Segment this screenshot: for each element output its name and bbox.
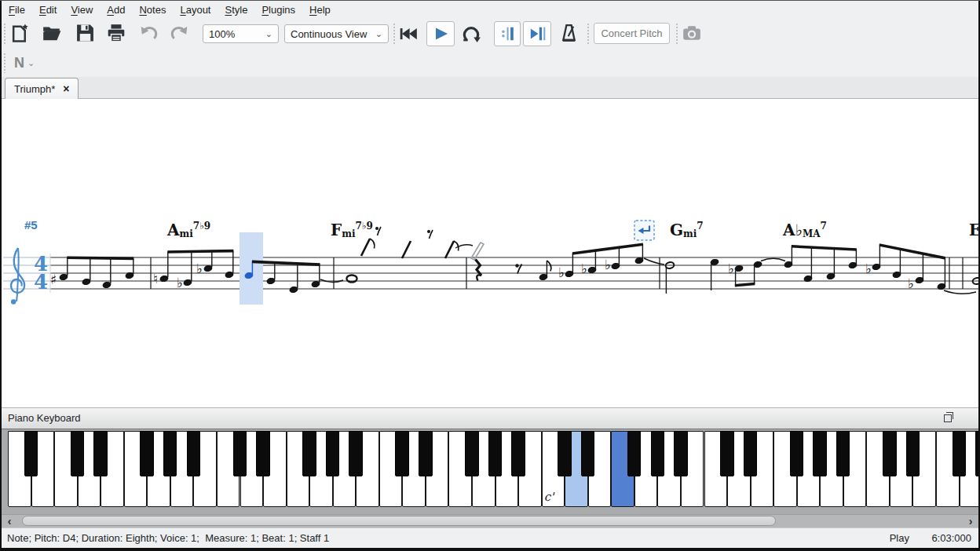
piano-key-G#6[interactable] bbox=[975, 431, 978, 476]
piano-key-F#3[interactable] bbox=[465, 431, 479, 476]
menu-style[interactable]: Style bbox=[218, 1, 254, 19]
treble-clef-icon[interactable] bbox=[11, 248, 24, 305]
piano-key-C#4[interactable] bbox=[558, 431, 572, 476]
piano-key-C#5[interactable] bbox=[720, 431, 734, 476]
chord-symbol-ami7b9[interactable]: Ami7♭9 bbox=[166, 221, 210, 239]
piano-key-C#6[interactable] bbox=[883, 431, 897, 476]
scroll-left-icon[interactable]: ‹ bbox=[3, 515, 16, 527]
middle-c-label: c' bbox=[544, 490, 554, 504]
rewind-button[interactable] bbox=[398, 22, 419, 44]
view-mode-select[interactable]: Continuous View ⌄ bbox=[284, 24, 389, 43]
piano-key-F#2[interactable] bbox=[302, 431, 316, 476]
piano-key-C#2[interactable] bbox=[233, 431, 247, 476]
piano-key-D#1[interactable] bbox=[93, 431, 108, 476]
status-note-info: Note; Pitch: D4; Duration: Eighth; Voice… bbox=[7, 528, 329, 548]
zoom-select[interactable]: 100% ⌄ bbox=[203, 24, 279, 43]
toolbar-drag-handle[interactable] bbox=[3, 23, 7, 45]
piano-key-G#5[interactable] bbox=[813, 431, 827, 476]
tab-triumph[interactable]: Triumph* × bbox=[5, 78, 79, 99]
piano-key-D#4[interactable] bbox=[581, 431, 595, 476]
svg-text:♭: ♭ bbox=[196, 261, 203, 276]
menu-style-label: tyle bbox=[232, 4, 247, 16]
tab-close-icon[interactable]: × bbox=[63, 83, 69, 94]
play-button[interactable] bbox=[426, 21, 455, 46]
piano-key-F#5[interactable] bbox=[790, 431, 804, 476]
piano-key-A#3[interactable] bbox=[511, 431, 525, 476]
system-break-marker[interactable] bbox=[634, 221, 654, 240]
menu-layout[interactable]: Layout bbox=[173, 1, 218, 19]
keyboard-scrollbar[interactable]: ‹ › bbox=[2, 514, 978, 527]
menu-view[interactable]: View bbox=[64, 1, 100, 19]
piano-key-G#4[interactable] bbox=[651, 431, 665, 476]
piano-key-D#5[interactable] bbox=[744, 431, 758, 476]
piano-key-F#1[interactable] bbox=[140, 431, 154, 476]
play-repeats-button[interactable] bbox=[494, 21, 521, 46]
playback-toolbar-handle[interactable] bbox=[393, 23, 397, 45]
chevron-down-icon: ⌄ bbox=[27, 58, 35, 68]
piano-key-G#3[interactable] bbox=[488, 431, 503, 476]
notes-measure-5[interactable]: ♭ ♭ ♭ bbox=[665, 243, 978, 294]
new-score-button[interactable] bbox=[9, 22, 30, 44]
print-button[interactable] bbox=[106, 22, 126, 44]
piano-key-C#3[interactable] bbox=[395, 431, 409, 476]
notes-measure-1[interactable]: ♯ bbox=[50, 257, 134, 290]
svg-text:♭: ♭ bbox=[605, 257, 611, 272]
menu-notes[interactable]: Notes bbox=[132, 1, 173, 19]
piano-key-F#6[interactable] bbox=[953, 431, 967, 476]
metronome-button[interactable] bbox=[558, 22, 579, 44]
concert-pitch-handle[interactable] bbox=[587, 23, 591, 45]
notes-measure-2[interactable]: ♮ ♭ ♭ bbox=[153, 250, 234, 290]
concert-pitch-label: Concert Pitch bbox=[601, 27, 662, 39]
notes-measure-4[interactable]: ♭ ♭ ♭ bbox=[476, 243, 665, 281]
time-signature-denominator[interactable]: 4 bbox=[34, 270, 48, 294]
piano-key-A#5[interactable] bbox=[836, 431, 850, 476]
undo-button[interactable] bbox=[139, 22, 159, 44]
menu-add[interactable]: Add bbox=[100, 1, 132, 19]
piano-key-C#1[interactable] bbox=[71, 431, 85, 476]
piano-key-D#3[interactable] bbox=[419, 431, 433, 476]
status-play-label: Play bbox=[890, 528, 909, 548]
status-bar: Note; Pitch: D4; Duration: Eighth; Voice… bbox=[2, 527, 978, 548]
piano-key-A#1[interactable] bbox=[187, 431, 201, 476]
float-panel-icon[interactable] bbox=[944, 414, 952, 422]
piano-key-A#4[interactable] bbox=[674, 431, 688, 476]
measure-number: #5 bbox=[24, 218, 38, 232]
image-capture-handle[interactable] bbox=[675, 23, 679, 45]
menu-plugins-mnemonic: P bbox=[261, 4, 269, 16]
menu-edit[interactable]: Edit bbox=[32, 1, 64, 19]
piano-keyboard: c' bbox=[2, 429, 978, 514]
new-score-icon bbox=[10, 23, 30, 43]
print-icon bbox=[106, 23, 126, 43]
piano-key-G#1[interactable] bbox=[163, 431, 177, 476]
concert-pitch-toggle[interactable]: Concert Pitch bbox=[594, 23, 670, 44]
piano-key-A#2[interactable] bbox=[349, 431, 363, 476]
chord-symbol-fmi7b9[interactable]: Fmi7♭9 bbox=[331, 221, 373, 239]
menu-plugins[interactable]: Plugins bbox=[254, 1, 302, 19]
save-button[interactable] bbox=[75, 22, 95, 44]
piano-key-G#2[interactable] bbox=[326, 431, 340, 476]
pan-score-button[interactable] bbox=[523, 21, 551, 46]
redo-button[interactable] bbox=[169, 22, 189, 44]
note-input-button[interactable]: N ⌄ bbox=[14, 49, 35, 77]
piano-key-A#0[interactable] bbox=[24, 431, 38, 476]
scrollbar-thumb[interactable] bbox=[22, 516, 776, 526]
slash-notation-measure-3[interactable] bbox=[361, 227, 484, 260]
svg-text:♭: ♭ bbox=[558, 265, 565, 280]
chord-symbol-abma7[interactable]: A♭MA7 bbox=[782, 221, 827, 239]
main-toolbar: 100% ⌄ Continuous View ⌄ bbox=[2, 19, 978, 49]
menu-help[interactable]: Help bbox=[302, 1, 338, 19]
piano-key-D#2[interactable] bbox=[256, 431, 270, 476]
open-file-button[interactable] bbox=[42, 22, 62, 44]
menu-file[interactable]: File bbox=[2, 1, 32, 19]
repeat-barline-icon bbox=[499, 25, 516, 42]
chord-symbol-e-partial[interactable]: E bbox=[969, 221, 978, 239]
chord-symbol-gmi7[interactable]: Gmi7 bbox=[670, 221, 704, 239]
note-toolbar-handle[interactable] bbox=[3, 53, 7, 73]
image-capture-button[interactable] bbox=[682, 22, 702, 44]
piano-key-F#4[interactable] bbox=[627, 431, 642, 476]
score-view[interactable]: 4 4 #5 Ami7♭9 Fmi7♭9 Gmi7 A♭MA7 E ♯ bbox=[2, 99, 978, 407]
scroll-right-icon[interactable]: › bbox=[964, 515, 977, 527]
musescore-window: File Edit View Add Notes Layout Style Pl… bbox=[0, 0, 980, 551]
loop-playback-button[interactable] bbox=[461, 22, 481, 44]
piano-key-D#6[interactable] bbox=[906, 431, 920, 476]
